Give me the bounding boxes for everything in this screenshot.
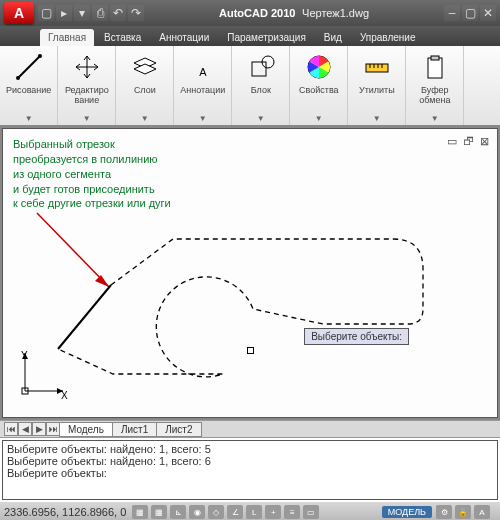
status-toggles: ▦ ▦ ⊾ ◉ ◇ ∠ L + ≡ ▭	[132, 505, 319, 519]
drawing-area-frame: ▭ 🗗 ⊠ Выбранный отрезок преобразуется в …	[0, 126, 500, 420]
status-right: ⚙ 🔒 A	[436, 505, 490, 519]
ducs-toggle[interactable]: L	[246, 505, 262, 519]
undo-icon[interactable]: ↶	[110, 5, 126, 21]
svg-text:A: A	[199, 66, 207, 78]
clipboard-icon	[418, 50, 452, 84]
chevron-down-icon[interactable]: ▼	[373, 114, 381, 123]
text-icon: A	[186, 50, 220, 84]
panel-clipboard[interactable]: Буфер обмена ▼	[406, 46, 464, 125]
move-icon	[70, 50, 104, 84]
panel-layers[interactable]: Слои ▼	[116, 46, 174, 125]
chevron-down-icon[interactable]: ▼	[257, 114, 265, 123]
ribbon-tabs: Главная Вставка Аннотации Параметризация…	[0, 26, 500, 46]
panel-utilities[interactable]: Утилиты ▼	[348, 46, 406, 125]
status-bar: 2336.6956, 1126.8966, 0 ▦ ▦ ⊾ ◉ ◇ ∠ L + …	[0, 502, 500, 520]
window-controls: – ▢ ✕	[444, 5, 496, 21]
command-window[interactable]: Выберите объекты: найдено: 1, всего: 5 В…	[2, 440, 498, 500]
minimize-icon[interactable]: –	[444, 5, 460, 21]
workspace-icon[interactable]: ⚙	[436, 505, 452, 519]
drawing-canvas[interactable]: ▭ 🗗 ⊠ Выбранный отрезок преобразуется в …	[2, 128, 498, 418]
redo-icon[interactable]: ↷	[128, 5, 144, 21]
sheet-tab-layout1[interactable]: Лист1	[112, 422, 157, 437]
block-icon	[244, 50, 278, 84]
close-icon[interactable]: ✕	[480, 5, 496, 21]
open-icon[interactable]: ▸	[56, 5, 72, 21]
svg-point-2	[38, 54, 42, 58]
panel-draw[interactable]: Рисование ▼	[0, 46, 58, 125]
nav-prev-icon[interactable]: ◀	[18, 422, 32, 436]
measure-icon	[360, 50, 394, 84]
tab-view[interactable]: Вид	[316, 29, 350, 46]
axis-x-label: X	[61, 390, 68, 401]
selection-prompt: Выберите объекты:	[304, 328, 409, 345]
chevron-down-icon[interactable]: ▼	[141, 114, 149, 123]
save-icon[interactable]: ▾	[74, 5, 90, 21]
tab-insert[interactable]: Вставка	[96, 29, 149, 46]
axis-y-label: Y	[21, 350, 28, 361]
snap-toggle[interactable]: ▦	[132, 505, 148, 519]
panel-annotation[interactable]: A Аннотации ▼	[174, 46, 232, 125]
nav-last-icon[interactable]: ⏭	[46, 422, 60, 436]
line-icon	[12, 50, 46, 84]
grid-toggle[interactable]: ▦	[151, 505, 167, 519]
panel-edit[interactable]: Редактиро вание ▼	[58, 46, 116, 125]
ortho-toggle[interactable]: ⊾	[170, 505, 186, 519]
chevron-down-icon[interactable]: ▼	[25, 114, 33, 123]
svg-line-0	[18, 56, 40, 78]
maximize-icon[interactable]: ▢	[462, 5, 478, 21]
app-menu-button[interactable]: A	[4, 2, 34, 24]
svg-rect-13	[431, 56, 439, 60]
tab-main[interactable]: Главная	[40, 29, 94, 46]
pick-marker	[247, 347, 254, 354]
lwt-toggle[interactable]: ≡	[284, 505, 300, 519]
nav-next-icon[interactable]: ▶	[32, 422, 46, 436]
chevron-down-icon[interactable]: ▼	[83, 114, 91, 123]
annoscale-icon[interactable]: A	[474, 505, 490, 519]
layout-tabs: ⏮ ◀ ▶ ⏭ Модель Лист1 Лист2	[0, 420, 500, 438]
svg-rect-12	[428, 58, 442, 78]
tab-parametric[interactable]: Параметризация	[219, 29, 314, 46]
print-icon[interactable]: ⎙	[92, 5, 108, 21]
nav-first-icon[interactable]: ⏮	[4, 422, 18, 436]
coords-readout: 2336.6956, 1126.8966, 0	[4, 506, 126, 518]
model-space-button[interactable]: МОДЕЛЬ	[382, 506, 432, 518]
osnap-toggle[interactable]: ◇	[208, 505, 224, 519]
titlebar: A ▢ ▸ ▾ ⎙ ↶ ↷ AutoCAD 2010 Чертеж1.dwg –…	[0, 0, 500, 26]
tab-nav: ⏮ ◀ ▶ ⏭	[4, 422, 60, 436]
tab-manage[interactable]: Управление	[352, 29, 424, 46]
svg-line-16	[58, 285, 111, 349]
color-wheel-icon	[302, 50, 336, 84]
chevron-down-icon[interactable]: ▼	[431, 114, 439, 123]
dyn-toggle[interactable]: +	[265, 505, 281, 519]
svg-rect-7	[366, 64, 388, 72]
panel-properties[interactable]: Свойства ▼	[290, 46, 348, 125]
panel-block[interactable]: Блок ▼	[232, 46, 290, 125]
chevron-down-icon[interactable]: ▼	[315, 114, 323, 123]
polar-toggle[interactable]: ◉	[189, 505, 205, 519]
chevron-down-icon[interactable]: ▼	[199, 114, 207, 123]
tab-annotations[interactable]: Аннотации	[151, 29, 217, 46]
otrack-toggle[interactable]: ∠	[227, 505, 243, 519]
svg-rect-4	[252, 62, 266, 76]
svg-point-1	[16, 76, 20, 80]
sheet-tab-layout2[interactable]: Лист2	[156, 422, 201, 437]
sheet-tab-model[interactable]: Модель	[59, 422, 113, 437]
drawing-content	[3, 129, 493, 419]
lock-icon[interactable]: 🔒	[455, 505, 471, 519]
ribbon: Рисование ▼ Редактиро вание ▼ Слои ▼ A А…	[0, 46, 500, 126]
new-icon[interactable]: ▢	[38, 5, 54, 21]
layers-icon	[128, 50, 162, 84]
quick-access-toolbar: ▢ ▸ ▾ ⎙ ↶ ↷	[38, 5, 144, 21]
qp-toggle[interactable]: ▭	[303, 505, 319, 519]
window-title: AutoCAD 2010 Чертеж1.dwg	[144, 6, 444, 20]
